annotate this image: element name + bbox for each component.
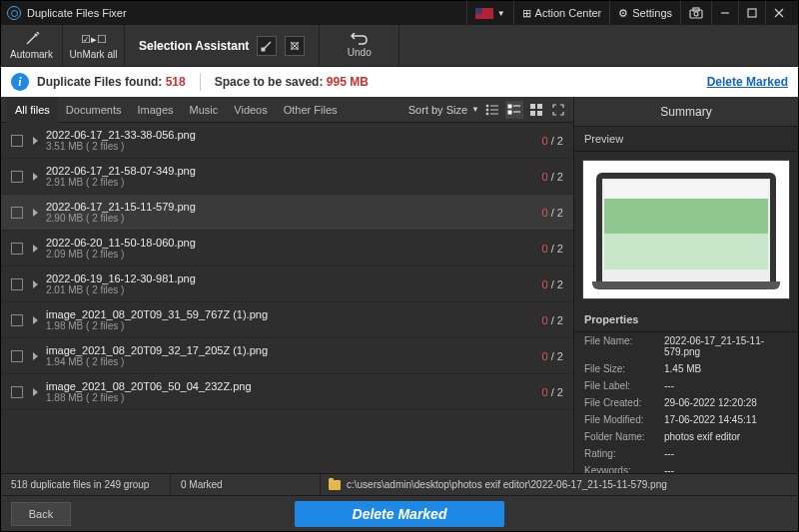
file-list[interactable]: 2022-06-17_21-33-38-056.png3.51 MB ( 2 f… xyxy=(1,123,573,473)
tab-images[interactable]: Images xyxy=(129,97,181,123)
preview-label: Preview xyxy=(574,127,798,152)
property-row: Rating:--- xyxy=(574,445,798,462)
property-value: 29-06-2022 12:20:28 xyxy=(664,397,788,408)
checkbox[interactable] xyxy=(11,207,23,219)
checkbox[interactable] xyxy=(11,278,23,290)
file-sub: 1.98 MB ( 2 files ) xyxy=(46,320,268,331)
file-sub: 2.90 MB ( 2 files ) xyxy=(46,213,196,224)
unmark-icon: ☑▸☐ xyxy=(81,31,107,47)
delete-marked-link[interactable]: Delete Marked xyxy=(707,75,788,89)
minimize-button[interactable] xyxy=(711,1,738,25)
properties-label: Properties xyxy=(574,307,798,332)
back-button[interactable]: Back xyxy=(11,502,71,526)
summary-header: Summary xyxy=(574,97,798,127)
status-summary: 518 duplicate files in 249 group xyxy=(1,474,171,495)
fullscreen-icon[interactable] xyxy=(549,101,567,119)
selection-count: 0 / 2 xyxy=(542,135,563,147)
svg-rect-25 xyxy=(530,104,535,109)
svg-rect-11 xyxy=(262,48,265,51)
view-detail-icon[interactable] xyxy=(505,101,523,119)
expand-icon[interactable] xyxy=(33,137,38,145)
checkbox[interactable] xyxy=(11,243,23,255)
property-label: File Created: xyxy=(584,397,664,408)
sort-dropdown[interactable]: Sort by Size ▼ xyxy=(408,104,479,116)
checkbox[interactable] xyxy=(11,171,23,183)
language-button[interactable]: ▼ xyxy=(466,1,513,25)
file-row[interactable]: 2022-06-17_21-33-38-056.png3.51 MB ( 2 f… xyxy=(1,123,573,159)
tab-documents[interactable]: Documents xyxy=(58,97,130,123)
checkbox[interactable] xyxy=(11,386,23,398)
selection-assistant: Selection Assistant xyxy=(125,25,320,66)
checkbox[interactable] xyxy=(11,135,23,147)
selection-assistant-label: Selection Assistant xyxy=(139,39,249,53)
property-row: File Modified:17-06-2022 14:45:11 xyxy=(574,411,798,428)
svg-point-15 xyxy=(486,105,488,107)
property-row: Folder Name:photos exif editor xyxy=(574,428,798,445)
property-label: File Label: xyxy=(584,380,664,391)
svg-point-19 xyxy=(486,113,488,115)
delete-marked-button[interactable]: Delete Marked xyxy=(295,501,504,527)
expand-icon[interactable] xyxy=(33,388,38,396)
expand-icon[interactable] xyxy=(33,280,38,288)
tab-music[interactable]: Music xyxy=(182,97,227,123)
file-row[interactable]: 2022-06-19_16-12-30-981.png2.01 MB ( 2 f… xyxy=(1,266,573,302)
selection-count: 0 / 2 xyxy=(542,171,563,183)
expand-icon[interactable] xyxy=(33,173,38,181)
selection-tool-1[interactable] xyxy=(257,36,277,56)
unmark-all-button[interactable]: ☑▸☐ UnMark all xyxy=(63,25,125,66)
selection-tool-2[interactable] xyxy=(285,36,305,56)
tab-all-files[interactable]: All files xyxy=(7,97,58,123)
dup-label: Duplicate Files found: xyxy=(37,75,162,89)
property-label: File Name: xyxy=(584,335,664,357)
screenshot-button[interactable] xyxy=(680,1,711,25)
undo-button[interactable]: Undo xyxy=(320,25,400,66)
file-name: 2022-06-19_16-12-30-981.png xyxy=(46,272,196,284)
space-value: 995 MB xyxy=(327,75,369,89)
selection-count: 0 / 2 xyxy=(542,278,563,290)
file-name: 2022-06-17_21-58-07-349.png xyxy=(46,165,196,177)
undo-icon xyxy=(351,33,369,47)
file-name: image_2021_08_20T06_50_04_232Z.png xyxy=(46,380,252,392)
maximize-button[interactable] xyxy=(738,1,765,25)
property-value: --- xyxy=(664,380,788,391)
property-label: File Modified: xyxy=(584,414,664,425)
expand-icon[interactable] xyxy=(33,209,38,217)
svg-rect-4 xyxy=(748,9,756,17)
property-label: Rating: xyxy=(584,448,664,459)
property-label: Keywords: xyxy=(584,465,664,473)
property-label: Folder Name: xyxy=(584,431,664,442)
file-name: 2022-06-17_21-15-11-579.png xyxy=(46,201,196,213)
file-row[interactable]: 2022-06-17_21-58-07-349.png2.91 MB ( 2 f… xyxy=(1,159,573,195)
file-row[interactable]: image_2021_08_20T06_50_04_232Z.png1.88 M… xyxy=(1,374,573,410)
checkbox[interactable] xyxy=(11,350,23,362)
file-row[interactable]: image_2021_08_20T09_32_17_205Z (1).png1.… xyxy=(1,338,573,374)
file-row[interactable]: 2022-06-17_21-15-11-579.png2.90 MB ( 2 f… xyxy=(1,195,573,231)
tab-videos[interactable]: Videos xyxy=(226,97,275,123)
flag-icon xyxy=(475,8,493,19)
svg-rect-21 xyxy=(508,105,511,108)
file-row[interactable]: 2022-06-20_11-50-18-060.png2.09 MB ( 2 f… xyxy=(1,231,573,266)
svg-rect-26 xyxy=(537,104,542,109)
svg-point-2 xyxy=(694,12,698,16)
action-center-button[interactable]: ⊞Action Center xyxy=(513,1,610,25)
expand-icon[interactable] xyxy=(33,245,38,253)
checkbox[interactable] xyxy=(11,314,23,326)
space-label: Space to be saved: xyxy=(215,75,324,89)
status-bar: 518 duplicate files in 249 group 0 Marke… xyxy=(1,473,798,495)
file-name: 2022-06-20_11-50-18-060.png xyxy=(46,237,196,249)
close-button[interactable] xyxy=(765,1,792,25)
automark-button[interactable]: Automark xyxy=(1,25,63,66)
tab-other-files[interactable]: Other Files xyxy=(276,97,346,123)
dup-count: 518 xyxy=(166,75,186,89)
selection-count: 0 / 2 xyxy=(542,207,563,219)
expand-icon[interactable] xyxy=(33,352,38,360)
expand-icon[interactable] xyxy=(33,316,38,324)
file-name: 2022-06-17_21-33-38-056.png xyxy=(46,129,196,141)
view-list-icon[interactable] xyxy=(483,101,501,119)
file-row[interactable]: image_2021_08_20T09_31_59_767Z (1).png1.… xyxy=(1,302,573,338)
view-grid-icon[interactable] xyxy=(527,101,545,119)
settings-button[interactable]: ⚙Settings xyxy=(609,1,680,25)
svg-rect-23 xyxy=(508,111,511,114)
file-sub: 1.94 MB ( 2 files ) xyxy=(46,356,268,367)
status-path: c:\users\admin\desktop\photos exif edito… xyxy=(321,479,798,490)
